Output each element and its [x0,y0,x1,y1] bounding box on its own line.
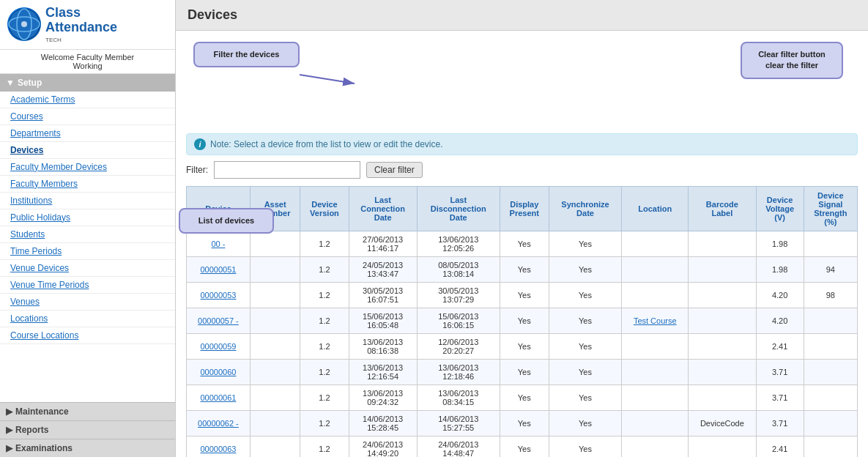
list-callout-label: List of devices [199,216,254,225]
location-cell-link[interactable]: Test Course [634,316,677,325]
sidebar-item-venues[interactable]: Venues [0,294,175,311]
device-cell[interactable]: 00000053 [187,283,251,308]
nav-area: Academic Terms Courses Departments Devic… [0,92,175,402]
sidebar-item-departments[interactable]: Departments [0,125,175,142]
last-disc-cell: 08/05/201313:08:14 [417,257,500,283]
sidebar-item-venue-devices[interactable]: Venue Devices [0,260,175,277]
page-title: Devices [188,7,237,22]
sidebar-item-institutions[interactable]: Institutions [0,193,175,209]
sidebar-item-locations[interactable]: Locations [0,311,175,327]
devices-table: Device AssetNumber DeviceVersion LastCon… [186,186,858,457]
reports-label: Reports [15,425,48,435]
filter-input[interactable] [214,161,360,179]
col-version: DeviceVersion [300,187,349,231]
info-icon: i [194,138,206,150]
device-cell[interactable]: 00000061 [187,385,251,411]
version-cell: 1.2 [300,360,349,385]
sidebar-item-public-holidays[interactable]: Public Holidays [0,209,175,226]
asset-cell [250,436,300,458]
device-cell[interactable]: 00000060 [187,360,251,385]
barcode-cell [689,308,756,334]
display-cell: Yes [500,411,549,436]
clear-filter-button[interactable]: Clear filter [366,162,423,178]
barcode-cell [689,283,756,308]
filter-label: Filter: [186,165,208,175]
asset-cell [250,360,300,385]
sync-cell: Yes [549,411,622,436]
device-cell[interactable]: 00000051 [187,257,251,283]
table-row: 000000591.213/06/201308:16:3812/06/20132… [187,334,858,360]
sync-cell: Yes [549,308,622,334]
barcode-cell [689,385,756,411]
device-cell-link[interactable]: 00000057 - [198,316,239,325]
version-cell: 1.2 [300,308,349,334]
table-row: 000000611.213/06/201309:24:3213/06/20130… [187,385,858,411]
device-cell[interactable]: 00000057 - [187,308,251,334]
device-cell[interactable]: 00000062 - [187,411,251,436]
last-conn-cell: 27/06/201311:46:17 [349,231,417,257]
location-cell[interactable]: Test Course [622,308,689,334]
sync-cell: Yes [549,436,622,458]
last-disc-cell: 12/06/201320:20:27 [417,334,500,360]
app-title: ClassAttendance [45,6,117,35]
sync-cell: Yes [549,334,622,360]
voltage-cell: 3.71 [756,360,804,385]
sidebar-item-time-periods[interactable]: Time Periods [0,243,175,260]
last-disc-cell: 24/06/201314:48:47 [417,436,500,458]
device-cell[interactable]: 00000063 [187,436,251,458]
device-cell-link[interactable]: 00000059 [200,342,236,351]
table-row: 000000631.224/06/201314:49:2024/06/20131… [187,436,858,458]
signal-cell [804,436,857,458]
last-conn-cell: 13/06/201308:16:38 [349,334,417,360]
barcode-cell: DeviceCode [689,411,756,436]
device-cell-link[interactable]: 00000063 [200,445,236,453]
device-cell-link[interactable]: 00000051 [200,265,236,274]
filter-row: Filter: Clear filter [186,161,858,179]
maintenance-section[interactable]: ▶ Maintenance [0,402,175,420]
device-cell-link[interactable]: 00000053 [200,291,236,300]
setup-section[interactable]: ▼ Setup [0,74,175,92]
asset-cell [250,231,300,257]
asset-cell [250,283,300,308]
device-cell[interactable]: 00000059 [187,334,251,360]
examinations-section[interactable]: ▶ Examinations [0,439,175,457]
sidebar-item-faculty-member-devices[interactable]: Faculty Member Devices [0,159,175,176]
logo-sub: TECH [45,37,117,43]
signal-cell [804,308,857,334]
barcode-cell [689,334,756,360]
sidebar-item-academic-terms[interactable]: Academic Terms [0,92,175,108]
device-cell-link[interactable]: 00 - [211,239,225,248]
device-cell-link[interactable]: 00000061 [200,393,236,402]
sidebar-item-devices[interactable]: Devices [0,142,175,159]
filter-callout-label: Filter the devices [214,50,280,59]
maintenance-label: Maintenance [15,406,69,417]
location-cell [622,334,689,360]
display-cell: Yes [500,360,549,385]
location-cell [622,436,689,458]
voltage-cell: 3.71 [756,385,804,411]
last-disc-cell: 13/06/201312:05:26 [417,231,500,257]
sidebar-item-courses[interactable]: Courses [0,108,175,125]
sidebar-item-students[interactable]: Students [0,226,175,243]
sidebar-item-course-locations[interactable]: Course Locations [0,327,175,344]
barcode-cell [689,257,756,283]
last-conn-cell: 24/05/201313:43:47 [349,257,417,283]
clear-callout: Clear filter button clear the filter [741,42,843,79]
device-cell-link[interactable]: 00000060 [200,368,236,376]
sidebar-item-venue-time-periods[interactable]: Venue Time Periods [0,277,175,294]
last-conn-cell: 15/06/201316:05:48 [349,308,417,334]
sidebar-item-faculty-members[interactable]: Faculty Members [0,176,175,193]
voltage-cell: 2.41 [756,334,804,360]
sync-cell: Yes [549,257,622,283]
svg-point-3 [21,21,27,27]
welcome-text: Welcome Faculty MemberWorking [0,50,175,74]
device-cell-link[interactable]: 00000062 - [198,419,239,428]
asset-cell [250,385,300,411]
signal-cell: 98 [804,283,857,308]
device-cell[interactable]: 00 - [187,231,251,257]
version-cell: 1.2 [300,436,349,458]
reports-section[interactable]: ▶ Reports [0,420,175,439]
last-conn-cell: 24/06/201314:49:20 [349,436,417,458]
version-cell: 1.2 [300,231,349,257]
examinations-arrow-icon: ▶ [6,443,12,453]
